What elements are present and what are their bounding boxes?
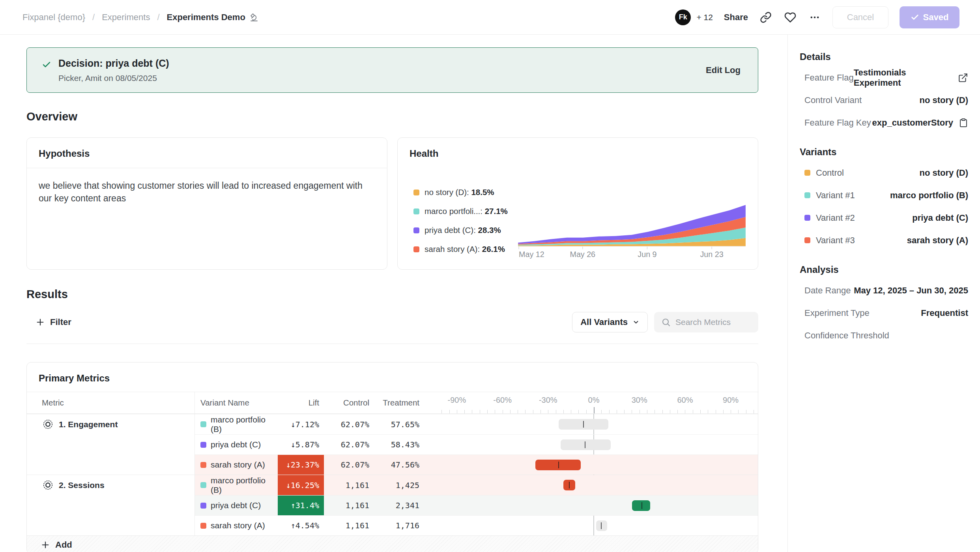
sidebar-label: Experiment Type xyxy=(804,308,870,318)
cancel-button[interactable]: Cancel xyxy=(832,6,888,28)
lift-point-tick xyxy=(601,522,602,529)
legend-swatch xyxy=(413,227,419,233)
favorite-heart-icon[interactable] xyxy=(784,11,797,24)
more-options-icon[interactable] xyxy=(808,11,821,24)
breadcrumb-item[interactable]: Experiments xyxy=(102,12,150,23)
clipboard-icon[interactable] xyxy=(959,118,968,128)
variant-swatch xyxy=(200,482,206,488)
metric-name[interactable]: 2. Sessions xyxy=(27,475,195,495)
hypothesis-card: Hypothesis we believe that showing custo… xyxy=(26,137,387,270)
metric-target-icon xyxy=(43,480,53,490)
variant-swatch xyxy=(200,442,206,448)
variant-result-row[interactable]: priya debt (C)↓5.87%62.07%58.43% xyxy=(195,434,758,454)
variant-swatch xyxy=(200,462,206,468)
lift-value: ↓5.87% xyxy=(291,440,324,449)
ruler-tick xyxy=(556,410,556,413)
legend-label: no story (D): 18.5% xyxy=(425,188,494,197)
ruler-tick xyxy=(464,410,465,413)
confidence-interval-bar xyxy=(632,500,650,511)
breadcrumb-item[interactable]: Fixpanel {demo} xyxy=(22,12,85,23)
plus-icon xyxy=(36,318,45,327)
details-section: DetailsFeature FlagTestimonials Experime… xyxy=(800,51,968,134)
ruler-tick xyxy=(533,410,533,413)
metric-target-icon xyxy=(43,419,53,430)
hypothesis-title: Hypothesis xyxy=(27,138,387,168)
search-metrics-box[interactable] xyxy=(654,312,758,332)
copy-link-icon[interactable] xyxy=(759,11,772,24)
variant-swatch xyxy=(200,503,206,509)
variant-name: sarah story (A) xyxy=(211,521,265,530)
breadcrumb-item[interactable]: Experiments Demo xyxy=(167,12,259,23)
confidence-interval-cell xyxy=(424,475,758,495)
sidebar-label: Variant #3 xyxy=(816,235,855,246)
lift-axis-header: -90%-60%-30%0%30%60%90% xyxy=(424,392,758,413)
sidebar-value: marco portfolio (B) xyxy=(890,190,968,201)
ruler-tick xyxy=(754,410,754,413)
top-actions: Fk + 12 Share Cancel Saved xyxy=(675,6,959,28)
variant-result-row[interactable]: sarah story (A)↓23.37%62.07%47.56% xyxy=(195,454,758,475)
share-button[interactable]: Share xyxy=(724,12,748,23)
variant-result-row[interactable]: sarah story (A)↑4.54%1,1611,716 xyxy=(195,515,758,535)
ruler-tick xyxy=(518,410,518,413)
control-value: 62.07% xyxy=(324,414,374,434)
collaborators-count[interactable]: + 12 xyxy=(696,13,713,22)
microscope-icon xyxy=(249,13,259,22)
variant-name: marco portfolio (B) xyxy=(211,415,278,434)
confidence-interval-cell xyxy=(424,516,758,535)
variants-dropdown[interactable]: All Variants xyxy=(572,312,648,332)
decision-subtitle: Picker, Amit on 08/05/2025 xyxy=(58,73,706,83)
sidebar-value: Testimonials Experiment xyxy=(854,68,952,88)
lift-axis-tick-label: 90% xyxy=(723,396,739,405)
add-metric-button[interactable]: Add xyxy=(27,535,758,552)
avatar[interactable]: Fk xyxy=(675,9,691,25)
ruler-tick xyxy=(601,410,602,413)
health-title: Health xyxy=(398,138,758,168)
variant-result-row[interactable]: marco portfolio (B)↓16.25%1,1611,425 xyxy=(195,475,758,495)
variant-swatch xyxy=(804,215,810,221)
ruler-tick xyxy=(571,410,571,413)
ruler-tick xyxy=(487,410,488,413)
search-icon xyxy=(661,317,671,327)
sidebar-row: Variant #2priya debt (C) xyxy=(800,207,968,229)
top-bar: Fixpanel {demo}/Experiments/Experiments … xyxy=(0,0,980,35)
right-sidebar: DetailsFeature FlagTestimonials Experime… xyxy=(787,35,980,552)
search-metrics-input[interactable] xyxy=(675,317,746,327)
lift-point-tick xyxy=(583,421,584,428)
add-filter-button[interactable]: Filter xyxy=(26,317,71,327)
health-legend-item: priya debt (C): 28.3% xyxy=(413,221,516,240)
ruler-tick xyxy=(647,410,647,413)
edit-log-button[interactable]: Edit Log xyxy=(706,65,741,75)
sidebar-value: no story (D) xyxy=(920,168,968,178)
legend-label: marco portfoli...: 27.1% xyxy=(425,207,508,216)
variant-result-row[interactable]: marco portfolio (B)↓7.12%62.07%57.65% xyxy=(195,414,758,434)
ruler-tick xyxy=(670,410,670,413)
sidebar-row: Control Variantno story (D) xyxy=(800,89,968,111)
ruler-tick xyxy=(503,410,503,413)
ruler-tick xyxy=(655,410,655,413)
saved-button[interactable]: Saved xyxy=(900,6,959,28)
svg-text:Jun 23: Jun 23 xyxy=(700,250,724,259)
confidence-interval-bar xyxy=(596,520,607,531)
column-header-lift: Lift xyxy=(278,392,324,413)
primary-metrics-title: Primary Metrics xyxy=(27,362,758,392)
treatment-value: 1,425 xyxy=(374,475,424,495)
external-link-icon[interactable] xyxy=(958,73,968,83)
lift-axis-tick-label: 60% xyxy=(677,396,693,405)
filter-label: Filter xyxy=(50,317,71,327)
metric-group: 1. Engagementmarco portfolio (B)↓7.12%62… xyxy=(27,414,758,475)
sidebar-row: Confidence Threshold xyxy=(800,324,968,347)
ruler-tick xyxy=(548,410,548,413)
legend-swatch xyxy=(413,190,419,195)
sidebar-value: Frequentist xyxy=(921,308,968,318)
sidebar-label: Feature Flag Key xyxy=(804,118,871,128)
ruler-tick xyxy=(525,410,526,413)
treatment-value: 1,716 xyxy=(374,516,424,535)
ruler-tick xyxy=(586,410,587,413)
sidebar-value: exp_customerStory xyxy=(872,118,953,128)
toolbar-divider xyxy=(26,344,758,344)
ruler-tick xyxy=(563,410,564,413)
treatment-value: 58.43% xyxy=(374,435,424,454)
treatment-value: 2,341 xyxy=(374,496,424,515)
variant-result-row[interactable]: priya debt (C)↑31.4%1,1612,341 xyxy=(195,495,758,515)
metric-name[interactable]: 1. Engagement xyxy=(27,414,195,434)
